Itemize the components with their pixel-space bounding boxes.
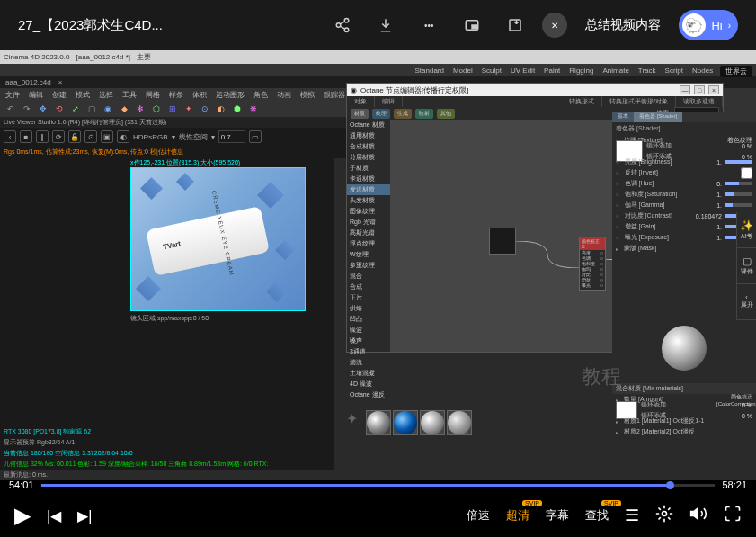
menu-tools[interactable]: 工具 — [122, 90, 137, 100]
mode-rigging[interactable]: Rigging — [569, 67, 593, 75]
nw-ctab-1[interactable]: 转换形式 — [562, 96, 602, 107]
mat-item[interactable]: 通用材质 — [347, 130, 390, 141]
tool-13-icon[interactable]: ◐ — [214, 102, 228, 116]
mode-track[interactable]: Track — [638, 67, 656, 75]
vp-clay-icon[interactable]: ◐ — [117, 130, 129, 143]
tool-5-icon[interactable]: ▢ — [84, 102, 99, 116]
mat-item[interactable]: 湍流 — [347, 357, 390, 368]
mat-item[interactable]: 凹凸 — [347, 314, 390, 325]
tool-move-icon[interactable]: ✥ — [36, 102, 50, 116]
slider[interactable] — [725, 160, 752, 164]
tool-8-icon[interactable]: ✻ — [133, 102, 147, 116]
menu-sim[interactable]: 模拟 — [300, 90, 315, 100]
avatar-pill[interactable]: 🐑 Hi › — [679, 10, 738, 40]
vp-lock-icon[interactable]: 🔒 — [68, 130, 81, 143]
nw-ctab-2[interactable]: 转换形式平衡形/对象 — [602, 96, 676, 107]
tool-15-icon[interactable]: ❋ — [246, 102, 261, 116]
menu-create[interactable]: 创建 — [52, 90, 67, 100]
node-colorcorrect[interactable]: 颜色校正 C 亮度○ 色调○ 饱和度○ 伽玛○ 对比○ 增益○ 曝光○ — [579, 237, 606, 291]
nw-ctab-3[interactable]: 读取多通道 — [676, 96, 723, 107]
mat-item[interactable]: Octane 材质 — [347, 120, 390, 130]
vp-stop-icon[interactable]: ■ — [20, 130, 32, 143]
prop-brightness-val[interactable]: 1. — [686, 159, 722, 166]
mat-item[interactable]: 烘焙 — [347, 303, 390, 314]
mat-item[interactable]: 合成材质 — [347, 141, 390, 152]
progress-bar[interactable] — [41, 484, 716, 487]
window-close-button[interactable]: × — [708, 85, 719, 94]
mix-mat1[interactable]: 材质1 [Material1] Oct漫反1-1 — [624, 416, 752, 425]
pill-4[interactable]: 映射 — [415, 109, 433, 119]
prop-gain-val[interactable]: 1. — [686, 224, 722, 230]
node-texture[interactable] — [489, 228, 516, 255]
mode-animate[interactable]: Animate — [602, 67, 628, 75]
props-tab-shader[interactable]: 着色器 [Shader] — [634, 112, 682, 122]
close-button[interactable]: ✕ — [542, 13, 567, 38]
prop-val[interactable]: 0 % — [716, 143, 752, 149]
mat-item[interactable]: 合成 — [347, 282, 390, 292]
file-tab[interactable]: aaa_0012.c4d — [5, 78, 51, 86]
props-tab-base[interactable]: 基本 — [612, 112, 634, 122]
tool-6-icon[interactable]: ◉ — [101, 102, 115, 116]
maximize-button[interactable]: □ — [694, 85, 705, 94]
mat-thumb[interactable] — [447, 410, 472, 435]
vp-aspect-icon[interactable]: ▭ — [249, 130, 262, 143]
menu-mode[interactable]: 模式 — [76, 90, 90, 100]
vp-pick-icon[interactable]: ⊙ — [84, 130, 97, 143]
mat-item[interactable]: 卡通材质 — [347, 174, 390, 184]
minimize-button[interactable]: — — [680, 85, 690, 94]
download-icon[interactable] — [375, 14, 396, 36]
mix-val[interactable]: 0 % — [716, 402, 752, 408]
settings-icon[interactable] — [655, 505, 673, 527]
vp-value-input[interactable] — [218, 130, 245, 143]
mode-standard[interactable]: Standard — [414, 67, 443, 75]
menu-char[interactable]: 角色 — [253, 90, 268, 100]
nw-tab-obj[interactable]: 对象 — [347, 96, 375, 107]
vp-region-icon[interactable]: ▣ — [101, 130, 113, 143]
summary-button[interactable]: 总结视频内容 — [578, 13, 668, 37]
fullscreen-icon[interactable] — [724, 505, 742, 527]
nw-tab-edit[interactable]: 编辑 — [375, 96, 403, 107]
tool-rotate-icon[interactable]: ⟲ — [52, 102, 67, 116]
window-icon[interactable] — [504, 14, 526, 36]
mat-thumb[interactable] — [366, 410, 391, 435]
tool-scale-icon[interactable]: ⤢ — [68, 102, 83, 116]
slider[interactable] — [725, 192, 752, 196]
menu-mesh[interactable]: 网格 — [146, 90, 160, 100]
playlist-icon[interactable]: ☰ — [625, 506, 639, 525]
menu-mograph[interactable]: 运动图形 — [216, 90, 245, 100]
ai-button[interactable]: ✨AI考 — [737, 212, 756, 248]
menu-track[interactable]: 跟踪器 — [324, 90, 345, 100]
menu-file[interactable]: 文件 — [5, 90, 20, 100]
mat-thumb[interactable] — [393, 410, 418, 435]
vp-prev-icon[interactable]: ‹ — [4, 130, 16, 143]
mat-item[interactable]: 混合 — [347, 271, 390, 282]
mode-script[interactable]: Script — [665, 67, 683, 75]
pill-3[interactable]: 生成 — [394, 109, 412, 119]
mat-item[interactable]: 浮点纹理 — [347, 238, 390, 249]
pill-5[interactable]: 其他 — [437, 109, 455, 119]
mat-item[interactable]: 正片 — [347, 292, 390, 303]
mode-nodes[interactable]: Nodes — [692, 67, 713, 75]
menu-volume[interactable]: 体积 — [192, 90, 207, 100]
speed-button[interactable]: 倍速 — [467, 507, 490, 524]
node-port[interactable]: 曝光○ — [580, 282, 605, 288]
mat-item[interactable]: 嗓声 — [347, 336, 390, 346]
tool-9-icon[interactable]: ⬡ — [149, 102, 164, 116]
prop-contrast-val[interactable]: 0.180472 — [686, 213, 722, 219]
share-icon[interactable] — [332, 14, 353, 36]
mat-item[interactable]: 3通道 — [347, 346, 390, 357]
slider[interactable] — [725, 182, 752, 185]
tab-close-icon[interactable]: × — [58, 78, 63, 86]
mat-item-selected[interactable]: 发送材质 — [347, 184, 390, 195]
tool-undo-icon[interactable]: ↶ — [4, 102, 18, 116]
quality-button[interactable]: 超清SVIP — [506, 507, 529, 524]
mat-item[interactable]: 4D 噪波 — [347, 379, 390, 389]
progress-handle[interactable] — [666, 481, 674, 489]
mat-item[interactable]: 土壤混凝 — [347, 368, 390, 379]
fan-icon[interactable]: ✦ — [346, 410, 364, 428]
expand-button[interactable]: ‹展开 — [737, 284, 756, 320]
mode-model[interactable]: Model — [453, 67, 473, 75]
vp-pause-icon[interactable]: ‖ — [36, 130, 49, 143]
mat-thumb[interactable] — [420, 410, 445, 435]
menu-edit[interactable]: 编辑 — [29, 90, 43, 100]
